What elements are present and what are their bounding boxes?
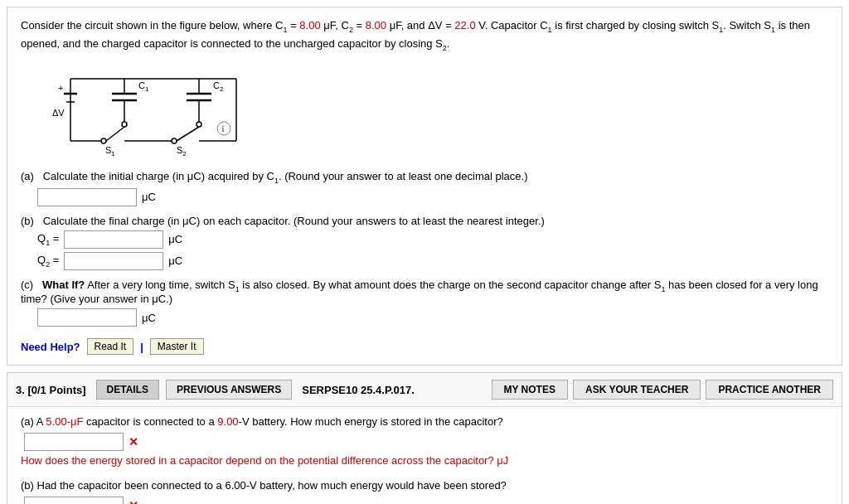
part-a-unit: μC <box>142 191 156 203</box>
part-c-input[interactable] <box>37 308 137 327</box>
master-it-button[interactable]: Master It <box>150 338 204 355</box>
part2a-cap: 5.00-μF <box>46 415 83 428</box>
part-b-q1-unit: μC <box>168 233 182 245</box>
part-c: (c) What If? After a very long time, swi… <box>21 279 828 327</box>
circuit-svg: + ΔV C1 C2 <box>46 62 261 162</box>
part-b-q1-label: Q1 = <box>37 232 59 247</box>
svg-text:ΔV: ΔV <box>52 108 65 118</box>
part-c-label: (c) What If? After a very long time, swi… <box>21 279 828 306</box>
problem2-part-b-input[interactable] <box>24 497 124 504</box>
problem1-intro: Consider the circuit shown in the figure… <box>21 17 828 54</box>
svg-text:+: + <box>58 83 63 93</box>
svg-line-25 <box>177 127 199 141</box>
svg-point-20 <box>122 122 127 127</box>
problem2-header: 3. [0/1 Points] DETAILS PREVIOUS ANSWERS… <box>7 373 842 407</box>
circuit-diagram: + ΔV C1 C2 <box>46 62 828 162</box>
part2a-question: How does the energy stored in a capacito… <box>21 454 828 467</box>
problem2-part-b-text: (b) Had the capacitor been connected to … <box>21 479 828 492</box>
svg-point-26 <box>196 122 201 127</box>
tab-previous-button[interactable]: PREVIOUS ANSWERS <box>166 380 292 400</box>
separator-icon: | <box>140 341 143 353</box>
part2b-error-icon: ✕ <box>129 499 138 504</box>
part-b-q1-input[interactable] <box>64 230 163 249</box>
part2a-volt: 9.00 <box>217 415 238 428</box>
part-c-unit: μC <box>142 312 156 324</box>
need-help-row: Need Help? Read It | Master It <box>21 338 828 355</box>
problem2-id: SERPSE10 25.4.P.017. <box>302 384 415 396</box>
problem2-points: 3. [0/1 Points] <box>16 384 86 396</box>
part-b-q2-unit: μC <box>168 254 182 267</box>
right-buttons: MY NOTES ASK YOUR TEACHER PRACTICE ANOTH… <box>492 380 834 400</box>
problem2-part-a-text: (a) A 5.00-μF capacitor is connected to … <box>21 415 828 428</box>
tab-details-button[interactable]: DETAILS <box>96 380 159 400</box>
val-c2: 8.00 <box>366 19 386 32</box>
svg-text:ℹ: ℹ <box>221 124 225 133</box>
val-dv: 22.0 <box>454 19 475 32</box>
practice-another-button[interactable]: PRACTICE ANOTHER <box>706 380 833 400</box>
svg-text:S2: S2 <box>177 145 187 158</box>
problem2-part-a-input[interactable] <box>24 433 124 451</box>
svg-point-18 <box>101 138 106 143</box>
ask-teacher-button[interactable]: ASK YOUR TEACHER <box>573 380 701 400</box>
part-b-q2-label: Q2 = <box>37 254 59 269</box>
part-a-input[interactable] <box>37 188 137 206</box>
val-c1: 8.00 <box>299 19 320 32</box>
svg-text:C2: C2 <box>213 80 224 93</box>
problem2-body: (a) A 5.00-μF capacitor is connected to … <box>7 407 842 504</box>
part2a-error-icon: ✕ <box>129 435 138 448</box>
part-b: (b) Calculate the final charge (in μC) o… <box>21 215 828 270</box>
svg-text:S1: S1 <box>105 145 115 158</box>
need-help-label: Need Help? <box>21 341 80 353</box>
part-a-label: (a) Calculate the initial charge (in μC)… <box>21 170 828 185</box>
problem2-section: 3. [0/1 Points] DETAILS PREVIOUS ANSWERS… <box>7 372 842 504</box>
read-it-button[interactable]: Read It <box>87 338 134 355</box>
my-notes-button[interactable]: MY NOTES <box>492 380 568 400</box>
svg-text:C1: C1 <box>138 80 149 93</box>
svg-line-19 <box>106 127 124 141</box>
part-a: (a) Calculate the initial charge (in μC)… <box>21 170 828 206</box>
part-b-label: (b) Calculate the final charge (in μC) o… <box>21 215 828 227</box>
part-b-q2-input[interactable] <box>64 252 163 270</box>
svg-point-24 <box>172 138 177 143</box>
